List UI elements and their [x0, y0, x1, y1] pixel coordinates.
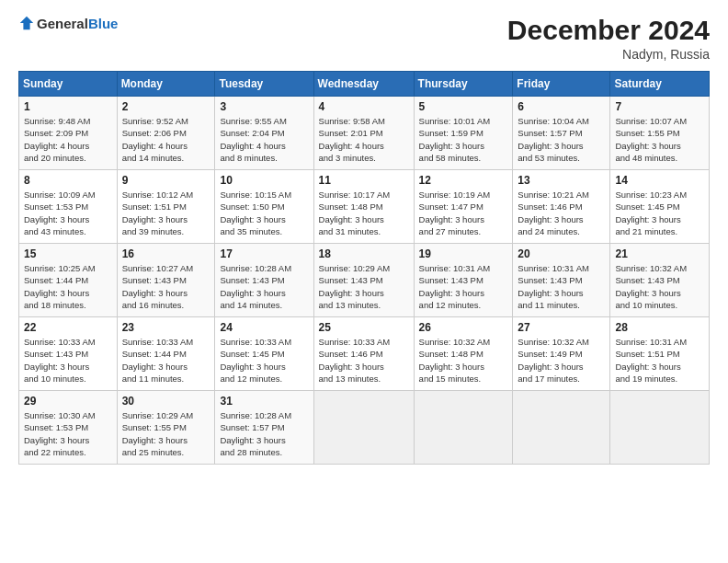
day-info: Sunrise: 9:55 AM Sunset: 2:04 PM Dayligh…	[220, 115, 308, 164]
month-title: December 2024	[507, 15, 710, 45]
day-info: Sunrise: 10:33 AM Sunset: 1:44 PM Daylig…	[122, 336, 210, 385]
calendar-header-row: Sunday Monday Tuesday Wednesday Thursday…	[19, 72, 710, 97]
table-row: 1Sunrise: 9:48 AM Sunset: 2:09 PM Daylig…	[19, 97, 118, 170]
table-row: 30Sunrise: 10:29 AM Sunset: 1:55 PM Dayl…	[117, 391, 215, 465]
day-number: 15	[24, 247, 112, 260]
day-number: 8	[24, 174, 112, 187]
header: GeneralBlue December 2024 Nadym, Russia	[18, 15, 710, 62]
day-number: 24	[220, 321, 308, 334]
col-tuesday: Tuesday	[215, 72, 313, 97]
col-monday: Monday	[117, 72, 215, 97]
table-row	[313, 391, 414, 465]
day-info: Sunrise: 10:28 AM Sunset: 1:57 PM Daylig…	[220, 409, 308, 458]
col-saturday: Saturday	[610, 72, 710, 97]
calendar-table: Sunday Monday Tuesday Wednesday Thursday…	[18, 71, 710, 465]
day-number: 30	[122, 395, 210, 408]
table-row: 16Sunrise: 10:27 AM Sunset: 1:43 PM Dayl…	[117, 244, 215, 317]
day-info: Sunrise: 10:12 AM Sunset: 1:51 PM Daylig…	[122, 189, 210, 237]
table-row: 31Sunrise: 10:28 AM Sunset: 1:57 PM Dayl…	[215, 391, 313, 465]
day-number: 6	[518, 100, 605, 113]
page: GeneralBlue December 2024 Nadym, Russia …	[0, 0, 728, 563]
day-number: 18	[319, 247, 409, 260]
table-row: 27Sunrise: 10:32 AM Sunset: 1:49 PM Dayl…	[513, 317, 610, 391]
table-row: 4Sunrise: 9:58 AM Sunset: 2:01 PM Daylig…	[313, 97, 414, 170]
day-info: Sunrise: 10:09 AM Sunset: 1:53 PM Daylig…	[24, 189, 112, 237]
table-row: 7Sunrise: 10:07 AM Sunset: 1:55 PM Dayli…	[610, 97, 710, 170]
svg-marker-0	[20, 17, 33, 29]
day-info: Sunrise: 10:23 AM Sunset: 1:45 PM Daylig…	[615, 189, 704, 237]
table-row: 26Sunrise: 10:32 AM Sunset: 1:48 PM Dayl…	[414, 317, 513, 391]
table-row: 5Sunrise: 10:01 AM Sunset: 1:59 PM Dayli…	[414, 97, 513, 170]
day-number: 3	[220, 100, 308, 113]
table-row: 28Sunrise: 10:31 AM Sunset: 1:51 PM Dayl…	[610, 317, 710, 391]
table-row: 6Sunrise: 10:04 AM Sunset: 1:57 PM Dayli…	[513, 97, 610, 170]
day-info: Sunrise: 9:58 AM Sunset: 2:01 PM Dayligh…	[319, 115, 409, 164]
day-info: Sunrise: 10:17 AM Sunset: 1:48 PM Daylig…	[319, 189, 409, 237]
day-number: 9	[122, 174, 210, 187]
table-row: 24Sunrise: 10:33 AM Sunset: 1:45 PM Dayl…	[215, 317, 313, 391]
day-info: Sunrise: 10:04 AM Sunset: 1:57 PM Daylig…	[518, 115, 605, 164]
table-row: 22Sunrise: 10:33 AM Sunset: 1:43 PM Dayl…	[19, 317, 118, 391]
day-number: 13	[518, 174, 605, 187]
table-row	[610, 391, 710, 465]
col-friday: Friday	[513, 72, 610, 97]
day-number: 19	[419, 247, 508, 260]
day-number: 1	[24, 100, 112, 113]
day-number: 27	[518, 321, 605, 334]
logo: GeneralBlue	[18, 15, 118, 31]
day-info: Sunrise: 10:32 AM Sunset: 1:48 PM Daylig…	[419, 336, 508, 385]
table-row: 9Sunrise: 10:12 AM Sunset: 1:51 PM Dayli…	[117, 170, 215, 244]
day-info: Sunrise: 10:32 AM Sunset: 1:43 PM Daylig…	[615, 262, 704, 311]
table-row: 17Sunrise: 10:28 AM Sunset: 1:43 PM Dayl…	[215, 244, 313, 317]
day-info: Sunrise: 10:15 AM Sunset: 1:50 PM Daylig…	[220, 189, 308, 237]
table-row: 14Sunrise: 10:23 AM Sunset: 1:45 PM Dayl…	[610, 170, 710, 244]
day-number: 31	[220, 395, 308, 408]
day-number: 20	[518, 247, 605, 260]
logo-icon	[18, 15, 35, 31]
day-info: Sunrise: 10:33 AM Sunset: 1:45 PM Daylig…	[220, 336, 308, 385]
table-row: 2Sunrise: 9:52 AM Sunset: 2:06 PM Daylig…	[117, 97, 215, 170]
day-info: Sunrise: 9:48 AM Sunset: 2:09 PM Dayligh…	[24, 115, 112, 164]
table-row: 3Sunrise: 9:55 AM Sunset: 2:04 PM Daylig…	[215, 97, 313, 170]
title-block: December 2024 Nadym, Russia	[507, 15, 710, 62]
day-number: 11	[319, 174, 409, 187]
day-number: 21	[615, 247, 704, 260]
day-info: Sunrise: 10:29 AM Sunset: 1:55 PM Daylig…	[122, 409, 210, 458]
day-number: 22	[24, 321, 112, 334]
table-row: 20Sunrise: 10:31 AM Sunset: 1:43 PM Dayl…	[513, 244, 610, 317]
day-number: 16	[122, 247, 210, 260]
col-sunday: Sunday	[19, 72, 118, 97]
day-info: Sunrise: 10:01 AM Sunset: 1:59 PM Daylig…	[419, 115, 508, 164]
table-row: 15Sunrise: 10:25 AM Sunset: 1:44 PM Dayl…	[19, 244, 118, 317]
day-info: Sunrise: 10:32 AM Sunset: 1:49 PM Daylig…	[518, 336, 605, 385]
table-row: 21Sunrise: 10:32 AM Sunset: 1:43 PM Dayl…	[610, 244, 710, 317]
day-info: Sunrise: 9:52 AM Sunset: 2:06 PM Dayligh…	[122, 115, 210, 164]
table-row: 12Sunrise: 10:19 AM Sunset: 1:47 PM Dayl…	[414, 170, 513, 244]
logo-blue-text: Blue	[88, 16, 119, 31]
day-info: Sunrise: 10:33 AM Sunset: 1:46 PM Daylig…	[319, 336, 409, 385]
day-number: 5	[419, 100, 508, 113]
day-number: 4	[319, 100, 409, 113]
table-row: 18Sunrise: 10:29 AM Sunset: 1:43 PM Dayl…	[313, 244, 414, 317]
day-info: Sunrise: 10:31 AM Sunset: 1:51 PM Daylig…	[615, 336, 704, 385]
location-subtitle: Nadym, Russia	[507, 47, 710, 62]
table-row	[513, 391, 610, 465]
day-number: 12	[419, 174, 508, 187]
day-number: 14	[615, 174, 704, 187]
table-row: 8Sunrise: 10:09 AM Sunset: 1:53 PM Dayli…	[19, 170, 118, 244]
day-number: 23	[122, 321, 210, 334]
col-wednesday: Wednesday	[313, 72, 414, 97]
day-info: Sunrise: 10:27 AM Sunset: 1:43 PM Daylig…	[122, 262, 210, 311]
table-row: 19Sunrise: 10:31 AM Sunset: 1:43 PM Dayl…	[414, 244, 513, 317]
day-info: Sunrise: 10:31 AM Sunset: 1:43 PM Daylig…	[419, 262, 508, 311]
day-number: 29	[24, 395, 112, 408]
day-info: Sunrise: 10:19 AM Sunset: 1:47 PM Daylig…	[419, 189, 508, 237]
day-info: Sunrise: 10:21 AM Sunset: 1:46 PM Daylig…	[518, 189, 605, 237]
day-info: Sunrise: 10:29 AM Sunset: 1:43 PM Daylig…	[319, 262, 409, 311]
day-info: Sunrise: 10:30 AM Sunset: 1:53 PM Daylig…	[24, 409, 112, 458]
table-row: 10Sunrise: 10:15 AM Sunset: 1:50 PM Dayl…	[215, 170, 313, 244]
day-number: 26	[419, 321, 508, 334]
table-row: 11Sunrise: 10:17 AM Sunset: 1:48 PM Dayl…	[313, 170, 414, 244]
day-number: 28	[615, 321, 704, 334]
logo-general-text: General	[37, 16, 88, 31]
